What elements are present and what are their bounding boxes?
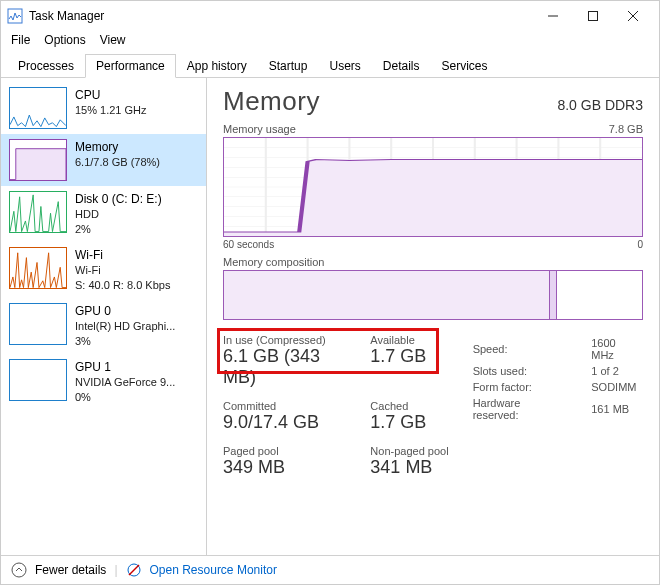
memory-usage-chart — [223, 137, 643, 237]
memory-thumb — [9, 139, 67, 181]
sidebar-item-cpu[interactable]: CPU 15% 1.21 GHz — [1, 82, 206, 134]
svg-point-25 — [12, 563, 26, 577]
commit-value: 9.0/17.4 GB — [223, 412, 352, 433]
slots-label: Slots used: — [473, 364, 590, 378]
memory-text: Memory 6.1/7.8 GB (78%) — [75, 139, 160, 170]
task-manager-window: Task Manager File Options View Processes… — [0, 0, 660, 585]
footer: Fewer details | Open Resource Monitor — [1, 555, 659, 584]
window-controls — [533, 1, 653, 31]
gpu1-title: GPU 1 — [75, 359, 175, 375]
sidebar-item-gpu0[interactable]: GPU 0 Intel(R) HD Graphi... 3% — [1, 298, 206, 354]
gpu0-line2: Intel(R) HD Graphi... — [75, 319, 175, 334]
usage-xleft: 60 seconds — [223, 239, 274, 250]
tab-processes[interactable]: Processes — [7, 54, 85, 78]
sidebar-item-gpu1[interactable]: GPU 1 NVIDIA GeForce 9... 0% — [1, 354, 206, 410]
cached-label: Cached — [370, 400, 448, 412]
comp-modified — [549, 271, 556, 319]
content: Memory 8.0 GB DDR3 Memory usage 7.8 GB — [207, 78, 659, 555]
form-label: Form factor: — [473, 380, 590, 394]
tabs: Processes Performance App history Startu… — [1, 53, 659, 78]
disk-title: Disk 0 (C: D: E:) — [75, 191, 162, 207]
window-title: Task Manager — [29, 9, 533, 23]
nonpaged-value: 341 MB — [370, 457, 448, 478]
speed-label: Speed: — [473, 336, 590, 362]
svg-rect-2 — [589, 12, 598, 21]
tab-performance[interactable]: Performance — [85, 54, 176, 78]
wifi-text: Wi-Fi Wi-Fi S: 40.0 R: 8.0 Kbps — [75, 247, 170, 293]
fewer-details-link[interactable]: Fewer details — [35, 563, 106, 577]
hw-value: 161 MB — [591, 396, 641, 422]
gpu1-line3: 0% — [75, 390, 175, 405]
disk-line2: HDD — [75, 207, 162, 222]
disk-line3: 2% — [75, 222, 162, 237]
chevron-up-circle-icon[interactable] — [11, 562, 27, 578]
commit-label: Committed — [223, 400, 352, 412]
svg-line-27 — [129, 565, 139, 575]
cpu-thumb — [9, 87, 67, 129]
tab-services[interactable]: Services — [431, 54, 499, 78]
memory-total: 8.0 GB DDR3 — [557, 97, 643, 113]
sidebar: CPU 15% 1.21 GHz Memory 6.1/7.8 GB (78%) — [1, 78, 207, 555]
cpu-line2: 15% 1.21 GHz — [75, 103, 147, 118]
menubar: File Options View — [1, 31, 659, 53]
speed-value: 1600 MHz — [591, 336, 641, 362]
usage-label: Memory usage — [223, 123, 296, 135]
wifi-title: Wi-Fi — [75, 247, 170, 263]
app-icon — [7, 8, 23, 24]
sidebar-item-wifi[interactable]: Wi-Fi Wi-Fi S: 40.0 R: 8.0 Kbps — [1, 242, 206, 298]
gpu0-title: GPU 0 — [75, 303, 175, 319]
wifi-thumb — [9, 247, 67, 289]
open-resource-monitor-link[interactable]: Open Resource Monitor — [150, 563, 277, 577]
comp-free — [557, 271, 642, 319]
cpu-text: CPU 15% 1.21 GHz — [75, 87, 147, 118]
comp-label: Memory composition — [223, 256, 324, 268]
tab-users[interactable]: Users — [318, 54, 371, 78]
gpu0-line3: 3% — [75, 334, 175, 349]
svg-marker-5 — [10, 149, 66, 181]
sidebar-item-disk[interactable]: Disk 0 (C: D: E:) HDD 2% — [1, 186, 206, 242]
usage-max: 7.8 GB — [609, 123, 643, 135]
disk-thumb — [9, 191, 67, 233]
memory-composition-chart — [223, 270, 643, 320]
highlight-box — [217, 328, 439, 374]
gpu1-line2: NVIDIA GeForce 9... — [75, 375, 175, 390]
stats: In use (Compressed) 6.1 GB (343 MB) Avai… — [223, 334, 643, 478]
cpu-title: CPU — [75, 87, 147, 103]
resource-monitor-icon[interactable] — [126, 562, 142, 578]
maximize-button[interactable] — [573, 1, 613, 31]
cached-value: 1.7 GB — [370, 412, 448, 433]
form-value: SODIMM — [591, 380, 641, 394]
wifi-line3: S: 40.0 R: 8.0 Kbps — [75, 278, 170, 293]
sidebar-item-memory[interactable]: Memory 6.1/7.8 GB (78%) — [1, 134, 206, 186]
menu-options[interactable]: Options — [44, 33, 85, 47]
body: CPU 15% 1.21 GHz Memory 6.1/7.8 GB (78%) — [1, 78, 659, 555]
titlebar: Task Manager — [1, 1, 659, 31]
tab-apphistory[interactable]: App history — [176, 54, 258, 78]
gpu1-thumb — [9, 359, 67, 401]
menu-file[interactable]: File — [11, 33, 30, 47]
disk-text: Disk 0 (C: D: E:) HDD 2% — [75, 191, 162, 237]
footer-separator: | — [114, 563, 117, 577]
tab-details[interactable]: Details — [372, 54, 431, 78]
gpu0-text: GPU 0 Intel(R) HD Graphi... 3% — [75, 303, 175, 349]
hw-label: Hardware reserved: — [473, 396, 590, 422]
menu-view[interactable]: View — [100, 33, 126, 47]
slots-value: 1 of 2 — [591, 364, 641, 378]
wifi-line2: Wi-Fi — [75, 263, 170, 278]
content-header: Memory 8.0 GB DDR3 — [223, 86, 643, 117]
close-button[interactable] — [613, 1, 653, 31]
stats-right: Speed:1600 MHz Slots used:1 of 2 Form fa… — [471, 334, 643, 478]
nonpaged-label: Non-paged pool — [370, 445, 448, 457]
comp-inuse — [224, 271, 549, 319]
memory-line2: 6.1/7.8 GB (78%) — [75, 155, 160, 170]
paged-label: Paged pool — [223, 445, 352, 457]
minimize-button[interactable] — [533, 1, 573, 31]
memory-title: Memory — [75, 139, 160, 155]
svg-marker-24 — [224, 160, 642, 236]
tab-startup[interactable]: Startup — [258, 54, 319, 78]
page-title: Memory — [223, 86, 320, 117]
usage-xright: 0 — [637, 239, 643, 250]
gpu1-text: GPU 1 NVIDIA GeForce 9... 0% — [75, 359, 175, 405]
gpu0-thumb — [9, 303, 67, 345]
paged-value: 349 MB — [223, 457, 352, 478]
